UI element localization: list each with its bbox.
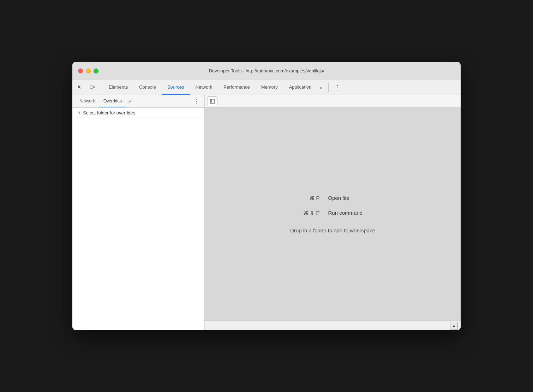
tab-network[interactable]: Network: [190, 80, 218, 95]
tab-application[interactable]: Application: [283, 80, 317, 95]
drop-workspace-text: Drop in a folder to add to workspace: [290, 227, 375, 233]
tab-console[interactable]: Console: [133, 80, 162, 95]
more-tabs-button[interactable]: »: [317, 80, 325, 95]
console-drawer-icon: ▲: [452, 323, 456, 328]
traffic-lights: [78, 69, 98, 73]
devtools-menu-button[interactable]: ⋮: [331, 80, 343, 95]
close-button[interactable]: [78, 69, 83, 73]
tab-memory[interactable]: Memory: [256, 80, 283, 95]
tab-icon-group: [75, 80, 100, 95]
panel-content: + Select folder for overrides: [72, 108, 204, 330]
panel-menu-button[interactable]: ⋮: [191, 97, 202, 105]
open-file-shortcut-row: ⌘ P Open file: [288, 195, 378, 201]
main-tabbar: Elements Console Sources Network Perform…: [72, 80, 461, 95]
sidebar-toggle-button[interactable]: [208, 96, 217, 106]
devtools-window: Developer Tools - http://todomvc.com/exa…: [72, 62, 461, 330]
open-file-label: Open file: [328, 195, 378, 201]
left-panel: Network Overrides » ⋮ + Select folder fo…: [72, 95, 205, 330]
run-command-label: Run command: [328, 210, 378, 216]
main-editor-area: ⌘ P Open file ⌘ ⇧ P Run command Drop in …: [205, 95, 461, 330]
minimize-button[interactable]: [86, 69, 91, 73]
maximize-button[interactable]: [94, 69, 98, 73]
panel-tab-network[interactable]: Network: [75, 95, 99, 107]
plus-icon: +: [78, 110, 81, 115]
main-tabs: Elements Console Sources Network Perform…: [103, 80, 317, 95]
tab-elements[interactable]: Elements: [103, 80, 133, 95]
open-file-keys: ⌘ P: [288, 195, 320, 201]
editor-empty-state: ⌘ P Open file ⌘ ⇧ P Run command Drop in …: [205, 108, 461, 320]
editor-toolbar: [205, 95, 461, 108]
device-icon[interactable]: [87, 83, 97, 93]
run-command-shortcut-row: ⌘ ⇧ P Run command: [288, 210, 378, 216]
panel-more-button[interactable]: »: [126, 99, 133, 104]
select-folder-row[interactable]: + Select folder for overrides: [72, 108, 204, 118]
titlebar: Developer Tools - http://todomvc.com/exa…: [72, 62, 461, 80]
panel-tabbar: Network Overrides » ⋮: [72, 95, 204, 108]
tab-sources[interactable]: Sources: [162, 80, 190, 95]
tab-separator: [328, 83, 329, 92]
svg-rect-3: [210, 99, 215, 103]
run-command-keys: ⌘ ⇧ P: [288, 210, 320, 216]
svg-rect-0: [90, 86, 93, 88]
console-drawer-button[interactable]: ▲: [450, 322, 458, 329]
inspect-icon[interactable]: [75, 83, 85, 93]
window-title: Developer Tools - http://todomvc.com/exa…: [209, 68, 324, 73]
svg-line-5: [211, 100, 211, 101]
panel-tab-overrides[interactable]: Overrides: [99, 95, 126, 107]
select-folder-label: Select folder for overrides: [83, 110, 135, 115]
tab-performance[interactable]: Performance: [218, 80, 255, 95]
bottom-bar: ▲: [205, 320, 461, 330]
content-area: Network Overrides » ⋮ + Select folder fo…: [72, 95, 461, 330]
svg-rect-1: [93, 87, 94, 88]
